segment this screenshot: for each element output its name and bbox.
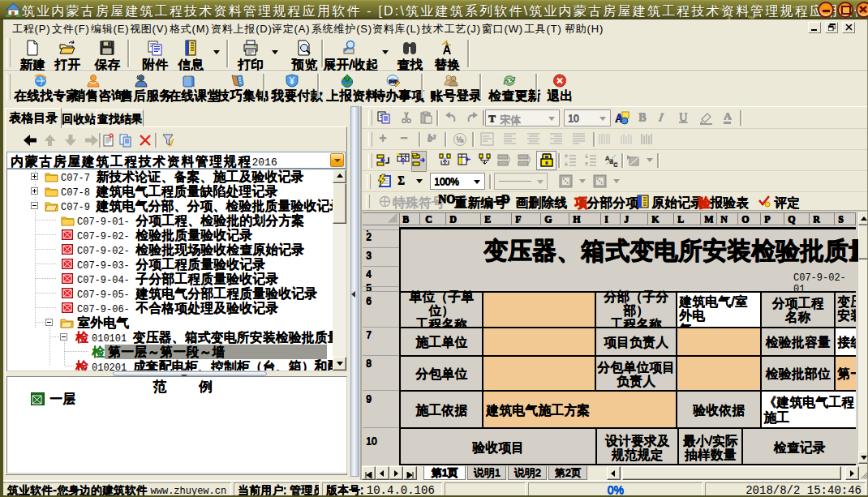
svg-text:C: C: [613, 161, 617, 167]
svg-text:⅟a: ⅟a: [456, 136, 464, 144]
